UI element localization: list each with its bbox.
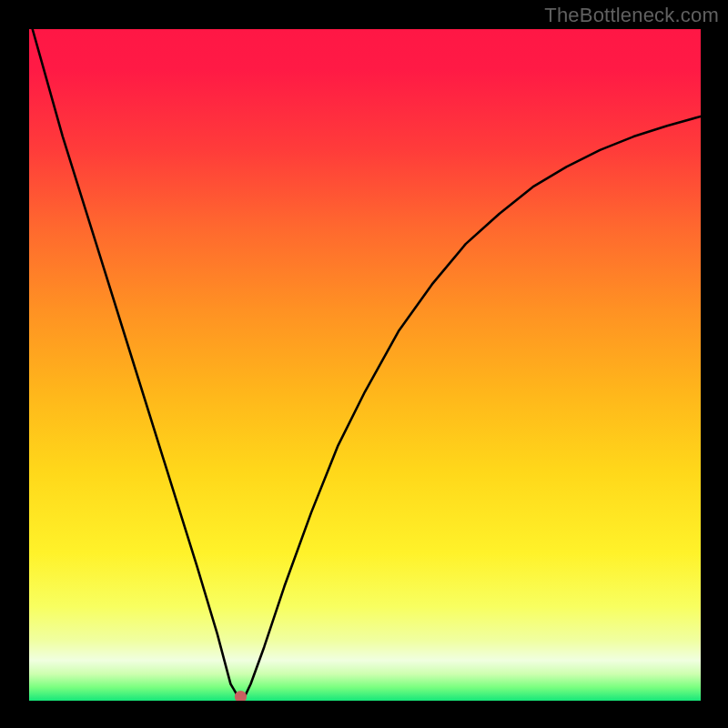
curve-svg	[29, 29, 701, 701]
bottleneck-curve-path	[33, 29, 701, 701]
watermark-label: TheBottleneck.com	[544, 4, 719, 27]
chart-frame: TheBottleneck.com	[0, 0, 728, 728]
plot-area	[29, 29, 701, 701]
